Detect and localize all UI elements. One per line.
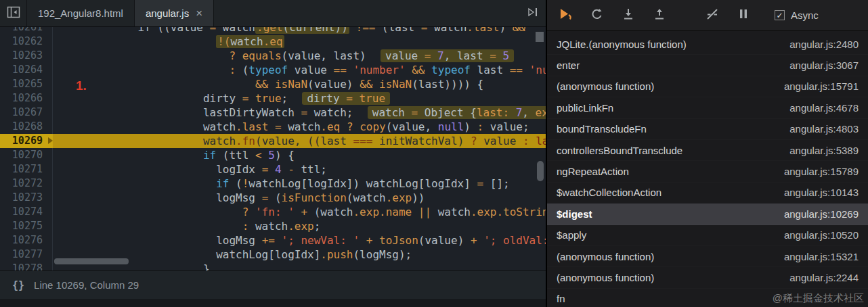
callstack-frame[interactable]: $digestangular.js:10269 [547, 204, 868, 225]
code-token: copy [360, 120, 386, 133]
line-number[interactable]: 10264 [0, 63, 53, 77]
callstack-frame[interactable]: $watchCollectionActionangular.js:10143 [547, 183, 868, 204]
callstack-frame[interactable]: controllersBoundTranscludeangular.js:538… [547, 140, 868, 161]
code-line[interactable]: 10273 logMsg = (isFunction(watch.exp)) [0, 191, 546, 205]
line-number[interactable]: 10271 [0, 162, 53, 176]
line-content: if ((value = watch.get(current)) !== (la… [53, 27, 546, 34]
line-number[interactable]: 10273 [0, 191, 53, 205]
line-number[interactable]: 10270 [0, 148, 53, 162]
line-content: logMsg = (isFunction(watch.exp)) [53, 191, 546, 205]
code-token: ? [229, 49, 242, 62]
step-over-button[interactable] [589, 7, 605, 24]
code-token: 5 [502, 49, 509, 62]
callstack-frame[interactable]: ngRepeatActionangular.js:15789 [547, 161, 868, 182]
pause-icon [738, 8, 749, 22]
callstack-frame[interactable]: $applyangular.js:10520 [547, 225, 868, 246]
expand-panes-button[interactable] [520, 0, 546, 26]
code-token [268, 120, 275, 133]
frame-location: angular.js:15791 [784, 80, 859, 92]
code-line[interactable]: 10268 watch.last = watch.eq ? copy(value… [0, 120, 546, 134]
code-token: .eq [263, 35, 283, 48]
line-number[interactable]: 10262 [0, 34, 53, 49]
line-number[interactable]: 10275 [0, 219, 53, 233]
code-token: 'number' [353, 64, 406, 76]
deactivate-breakpoints-button[interactable] [704, 7, 720, 24]
code-line[interactable]: 10269 watch.fn(value, ((last === initWat… [0, 134, 546, 148]
line-number[interactable]: 10269 [0, 134, 53, 148]
code-token [60, 106, 203, 119]
horizontal-scrollbar[interactable] [54, 258, 129, 264]
line-number[interactable]: 10272 [0, 176, 53, 191]
code-token: true [359, 92, 385, 105]
line-number[interactable]: 10265 [0, 77, 53, 91]
code-token [60, 177, 216, 190]
code-token: watch [203, 135, 236, 147]
close-tab-icon[interactable]: × [196, 7, 202, 19]
line-number[interactable]: 10274 [0, 205, 53, 219]
async-toggle[interactable]: ✓ Async [775, 9, 819, 21]
pause-on-exceptions-button[interactable] [735, 7, 752, 24]
frame-function-name: (anonymous function) [557, 80, 776, 92]
code-line[interactable]: 10274 ? 'fn: ' + (watch.exp.name || watc… [0, 205, 546, 219]
callstack-frame[interactable]: (anonymous function)angular.js:15321 [547, 246, 868, 267]
code-token: = [301, 106, 313, 119]
tab-angular-js[interactable]: angular.js × [135, 0, 214, 26]
code-line[interactable]: 10266 dirty = true; dirty = true [0, 91, 546, 105]
code-token: dirty [203, 92, 242, 105]
code-line[interactable]: 10261 if ((value = watch.get(current)) !… [0, 27, 546, 34]
step-in-button[interactable] [620, 7, 636, 24]
line-number[interactable]: 10263 [0, 49, 53, 63]
code-token: .exp [353, 206, 379, 218]
expand-panes-icon [527, 7, 539, 20]
callstack-frame[interactable]: boundTranscludeFnangular.js:4803 [547, 119, 868, 140]
toggle-panes-button[interactable] [0, 0, 27, 26]
code-line[interactable]: 10264 : (typeof value == 'number' && typ… [0, 63, 546, 77]
frame-function-name: $apply [557, 229, 776, 241]
code-token [60, 49, 229, 62]
code-token [60, 206, 242, 218]
line-number[interactable]: 10266 [0, 91, 53, 105]
async-checkbox[interactable]: ✓ [775, 10, 785, 20]
code-line[interactable]: 10276 logMsg += '; newVal: ' + toJson(va… [0, 233, 546, 247]
callstack-frame[interactable]: enterangular.js:3067 [547, 55, 868, 76]
callstack-frame[interactable]: JQLite.(anonymous function)angular.js:24… [547, 34, 868, 55]
code-line[interactable]: 10263 ? equals(value, last) value = 7, l… [0, 49, 546, 63]
code-line[interactable]: 10262 !(watch.eq [0, 34, 546, 49]
editor-statusbar: {} Line 10269, Column 29 [0, 270, 546, 299]
source-editor-pane: 192_Angular8.html angular.js × 10261 if … [0, 0, 546, 307]
callstack-frame[interactable]: (anonymous function)angular.js:15791 [547, 76, 868, 97]
code-token: && [255, 78, 275, 91]
code-token: (current)) [283, 27, 348, 34]
code-token [60, 120, 203, 133]
callstack: JQLite.(anonymous function)angular.js:24… [547, 31, 868, 307]
callstack-frame[interactable]: publicLinkFnangular.js:4678 [547, 97, 868, 118]
line-number[interactable]: 10267 [0, 105, 53, 120]
code-token [60, 149, 203, 162]
code-token: 7 [516, 106, 523, 119]
callstack-frame[interactable]: fn [547, 289, 868, 307]
code-token: ; [314, 220, 321, 233]
code-line[interactable]: 10272 if (!watchLog[logIdx]) watchLog[lo… [0, 176, 546, 191]
code-token: 'number' [529, 64, 546, 76]
callstack-frame[interactable]: (anonymous function)angular.js:2244 [547, 267, 868, 288]
tab-label: angular.js [146, 7, 189, 19]
code-token [406, 64, 412, 76]
code-line[interactable]: 10267 lastDirtyWatch = watch; watch = Ob… [0, 105, 546, 120]
line-number[interactable]: 10261 [0, 27, 53, 34]
step-out-button[interactable] [651, 7, 668, 24]
frame-location: angular.js:15789 [784, 166, 859, 177]
code-token: .toString [496, 206, 546, 218]
line-number[interactable]: 10276 [0, 233, 53, 247]
line-number[interactable]: 10268 [0, 120, 53, 134]
pretty-print-icon[interactable]: {} [12, 279, 24, 291]
line-number[interactable]: 10278 [0, 262, 53, 270]
code-line[interactable]: 10275 : watch.exp; [0, 219, 546, 233]
code-line[interactable]: 10270 if (ttl < 5) { [0, 148, 546, 162]
line-number[interactable]: 10277 [0, 247, 53, 262]
tab-192-angular8-html[interactable]: 192_Angular8.html [27, 0, 135, 26]
code-line[interactable]: 10271 logIdx = 4 - ttl; [0, 162, 546, 176]
vertical-scrollbar[interactable] [537, 161, 544, 181]
code-token: : [477, 120, 490, 133]
resume-button[interactable] [558, 7, 574, 24]
code-token: watch [230, 35, 263, 48]
